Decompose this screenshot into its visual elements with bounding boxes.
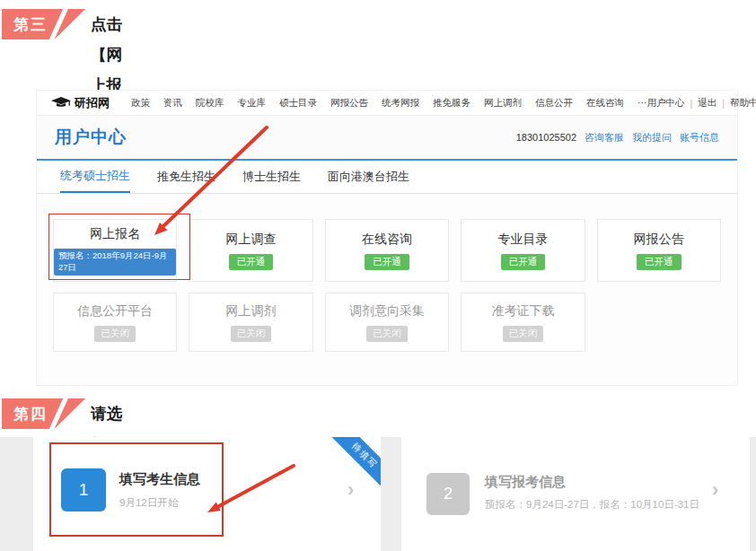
nav-item-adjustment[interactable]: 网上调剂: [484, 97, 522, 109]
card-online-consult[interactable]: 在线咨询 已开通: [325, 219, 449, 282]
nav-item-news[interactable]: 资讯: [163, 97, 182, 109]
nav-item-exempt-service[interactable]: 推免服务: [433, 97, 470, 109]
step1-number: 1: [61, 468, 106, 512]
status-badge: 已关闭: [231, 326, 272, 342]
account-links: 18301025502 咨询客服 我的提问 账号信息: [516, 131, 719, 144]
card-title: 准考证下载: [491, 303, 554, 319]
user-center-header: 用户中心 18301025502 咨询客服 我的提问 账号信息: [37, 116, 737, 161]
account-info-link[interactable]: 账号信息: [680, 131, 719, 144]
nav-item-online-consult[interactable]: 在线咨询: [586, 97, 624, 109]
nav-separator: |: [690, 98, 693, 109]
step3-badge-label: 第三: [13, 14, 48, 35]
card-major-catalog[interactable]: 专业目录 已开通: [461, 219, 585, 282]
step2-number: 2: [426, 473, 470, 515]
service-row-closed: 信息公开平台 已关闭 网上调剂 已关闭 调剂意向采集 已关闭 准考证下载 已关闭: [53, 293, 721, 352]
tab-unified-master[interactable]: 统考硕士招生: [60, 161, 130, 193]
status-badge: 已开通: [501, 254, 546, 270]
graduation-cap-icon: [51, 97, 71, 109]
site-logo-label: 研招网: [75, 95, 110, 111]
card-title: 网上报名: [90, 226, 140, 242]
nav-item-majors[interactable]: 专业库: [238, 97, 267, 109]
top-nav: 研招网 政策 资讯 院校库 专业库 硕士目录 网报公告 统考网报 推免服务 网上…: [37, 91, 737, 116]
my-questions-link[interactable]: 我的提问: [632, 131, 672, 144]
nav-item-master-catalog[interactable]: 硕士目录: [279, 97, 317, 109]
card-adjustment-intent[interactable]: 调剂意向采集 已关闭: [325, 293, 449, 352]
tab-hk-macao-taiwan[interactable]: 面向港澳台招生: [328, 161, 409, 193]
card-title: 网上调查: [226, 232, 277, 248]
tab-doctoral[interactable]: 博士生招生: [242, 161, 301, 193]
nav-logout-link[interactable]: 退出: [698, 97, 716, 109]
nav-item-schools[interactable]: 院校库: [196, 97, 224, 109]
card-title: 调剂意向采集: [349, 303, 425, 319]
status-badge: 已关闭: [94, 326, 136, 342]
card-announcements[interactable]: 网报公告 已开通: [597, 219, 721, 282]
status-badge: 已开通: [637, 254, 681, 270]
site-logo[interactable]: 研招网: [51, 95, 110, 111]
card-adjustment[interactable]: 网上调剂 已关闭: [189, 293, 312, 352]
customer-service-link[interactable]: 咨询客服: [585, 131, 624, 144]
nav-item-info-disclosure[interactable]: 信息公开: [535, 97, 573, 109]
step2-subtitle: 预报名：9月24日-27日，报名：10月10日-31日: [485, 498, 699, 512]
nav-user-center-link[interactable]: 用户中心: [647, 97, 685, 109]
wizard-step1-panel[interactable]: 1 填写考生信息 9月12日开始 › 待填写: [33, 437, 381, 551]
status-badge: 已开通: [229, 254, 274, 270]
wizard-step2-panel[interactable]: 2 填写报考信息 预报名：9月24日-27日，报名：10月10日-31日 ›: [401, 437, 750, 551]
chevron-right-icon[interactable]: ›: [712, 480, 718, 500]
service-row-open: 网上报名 预报名：2018年9月24日-9月27日 网上调查 已开通 在线咨询 …: [53, 219, 721, 282]
admission-tabs: 统考硕士招生 推免生招生 博士生招生 面向港澳台招生: [37, 161, 737, 194]
step4-badge-label: 第四: [13, 404, 48, 424]
step4-badge: 第四: [2, 398, 88, 429]
service-cards: 网上报名 预报名：2018年9月24日-9月27日 网上调查 已开通 在线咨询 …: [37, 194, 737, 352]
card-title: 网上调剂: [226, 303, 277, 319]
nav-item-announcements[interactable]: 网报公告: [330, 97, 368, 109]
step1-subtitle: 9月12日开始: [119, 496, 178, 510]
status-badge: 已开通: [365, 254, 409, 270]
nav-item-more[interactable]: ···: [637, 97, 647, 109]
user-center-screenshot: 研招网 政策 资讯 院校库 专业库 硕士目录 网报公告 统考网报 推免服务 网上…: [36, 90, 738, 386]
card-title: 专业目录: [497, 232, 548, 248]
step3-badge: 第三: [2, 9, 88, 39]
step1-title: 填写考生信息: [119, 471, 200, 488]
nav-user-links: 用户中心 | 退出 | 帮助中心: [647, 97, 756, 109]
card-info-disclosure[interactable]: 信息公开平台 已关闭: [53, 293, 177, 352]
step2-title: 填写报考信息: [485, 474, 566, 491]
account-phone: 18301025502: [516, 132, 576, 143]
status-badge: 预报名：2018年9月24日-9月27日: [54, 249, 176, 276]
nav-menu: 政策 资讯 院校库 专业库 硕士目录 网报公告 统考网报 推免服务 网上调剂 信…: [131, 97, 647, 109]
registration-wizard-screenshot: 1 填写考生信息 9月12日开始 › 待填写 2 填写报考信息 预报名：9月24…: [0, 437, 756, 551]
nav-item-policy[interactable]: 政策: [131, 97, 150, 109]
card-title: 网报公告: [634, 232, 684, 248]
page-title: 用户中心: [55, 126, 127, 149]
nav-help-link[interactable]: 帮助中心: [730, 97, 756, 109]
card-title: 信息公开平台: [77, 303, 153, 319]
card-online-survey[interactable]: 网上调查 已开通: [189, 219, 312, 282]
tab-exempt-students[interactable]: 推免生招生: [157, 161, 215, 193]
card-title: 在线咨询: [362, 232, 412, 248]
card-admission-ticket[interactable]: 准考证下载 已关闭: [461, 293, 585, 352]
nav-item-unified-exam[interactable]: 统考网报: [382, 97, 419, 109]
chevron-right-icon[interactable]: ›: [347, 480, 354, 500]
status-badge: 已关闭: [503, 326, 544, 342]
status-badge: 已关闭: [366, 326, 408, 342]
card-online-registration[interactable]: 网上报名 预报名：2018年9月24日-9月27日: [53, 219, 177, 282]
nav-separator: |: [722, 98, 725, 109]
